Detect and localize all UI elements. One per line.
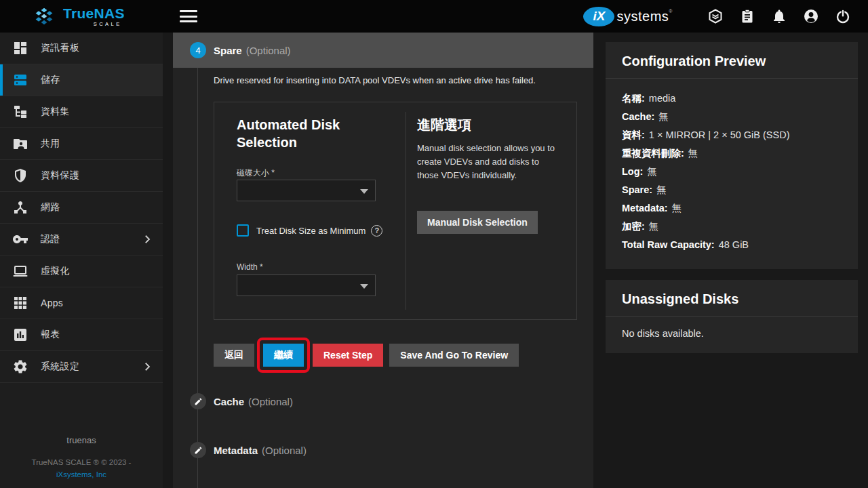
edit-pencil-icon [190, 393, 206, 409]
step-actions: 返回 繼續 Reset Step Save And Go To Review [214, 338, 519, 373]
truenas-screen: TrueNAS SCALE iX systems® [0, 0, 868, 488]
help-icon[interactable]: ? [371, 225, 382, 237]
config-row-name: 名稱:media [622, 89, 842, 108]
truecommand-icon[interactable] [707, 8, 724, 24]
sidebar-item-label: 系統設定 [41, 361, 79, 373]
reset-step-button[interactable]: Reset Step [313, 344, 383, 367]
config-row-cache: Cache:無 [622, 108, 842, 126]
jobs-clipboard-icon[interactable] [739, 8, 755, 24]
sidebar-item-label: Apps [41, 298, 63, 308]
sidebar-item-reporting[interactable]: 報表 [0, 319, 163, 351]
no-disks-message: No disks available. [606, 317, 858, 350]
chevron-down-icon [360, 284, 368, 289]
ixsystems-link[interactable]: iXsystems, Inc [56, 470, 106, 479]
sidebar-item-data-protection[interactable]: 資料保護 [0, 160, 163, 192]
treat-disk-size-checkbox[interactable] [237, 224, 249, 237]
sidebar-item-virtualization[interactable]: 虛擬化 [0, 256, 163, 287]
config-row-log: Log:無 [622, 163, 842, 181]
unassigned-disks-card: Unassigned Disks No disks available. [606, 280, 858, 353]
config-row-encryption: 加密:無 [622, 218, 842, 236]
sidebar-item-label: 資訊看板 [41, 42, 79, 54]
column-divider [406, 112, 406, 310]
apps-grid-icon [12, 295, 28, 311]
network-icon [12, 199, 28, 216]
advanced-options-text: Manual disk selection allows you to crea… [417, 142, 559, 182]
step-title: Spare [214, 45, 242, 56]
back-button[interactable]: 返回 [214, 344, 254, 367]
step-optional-label: (Optional) [262, 445, 307, 456]
ixsystems-logo: iX systems® [583, 7, 673, 26]
step-spare-header[interactable]: 4 Spare (Optional) [173, 33, 593, 68]
chevron-right-icon [141, 233, 153, 245]
sidebar: 資訊看板 儲存 資料集 [0, 33, 163, 488]
advanced-options-column: 進階選項 Manual disk selection allows you to… [417, 102, 565, 319]
config-row-metadata: Metadata:無 [622, 199, 842, 218]
topbar-actions: iX systems® [583, 7, 868, 26]
sidebar-item-label: 資料保護 [41, 169, 79, 182]
datasets-icon [12, 104, 28, 120]
truenas-logo: TrueNAS SCALE [0, 6, 163, 27]
automated-selection-title: Automated Disk Selection [237, 116, 382, 151]
step-optional-label: (Optional) [248, 396, 293, 407]
notifications-bell-icon[interactable] [771, 8, 787, 24]
sidebar-item-network[interactable]: 網路 [0, 192, 163, 224]
sidebar-item-storage[interactable]: 儲存 [0, 64, 163, 96]
advanced-options-title: 進階選項 [417, 116, 471, 134]
configuration-rows: 名稱:media Cache:無 資料:1 × MIRROR | 2 × 50 … [606, 79, 858, 265]
laptop-icon [12, 263, 28, 279]
sidebar-item-dashboard[interactable]: 資訊看板 [0, 33, 163, 64]
sidebar-item-label: 資料集 [41, 106, 70, 118]
sidebar-item-label: 報表 [41, 329, 60, 341]
sidebar-footer: truenas TrueNAS SCALE ® © 2023 - iXsyste… [0, 435, 163, 480]
sidebar-item-apps[interactable]: Apps [0, 287, 163, 319]
hostname-label: truenas [0, 435, 163, 445]
width-label: Width * [237, 262, 263, 272]
copyright-text: TrueNAS SCALE ® © 2023 - [0, 457, 163, 468]
next-button[interactable]: 繼續 [263, 344, 304, 367]
sidebar-item-label: 共用 [41, 138, 60, 150]
ix-logo-text: systems® [616, 9, 673, 24]
disk-size-select[interactable] [237, 180, 376, 201]
unassigned-disks-title: Unassigned Disks [606, 280, 858, 316]
sidebar-item-shares[interactable]: 共用 [0, 128, 163, 160]
sidebar-item-credentials[interactable]: 認證 [0, 224, 163, 256]
sidebar-item-label: 儲存 [41, 74, 60, 86]
step-cache-header[interactable]: Cache (Optional) [190, 393, 293, 409]
menu-toggle-button[interactable] [180, 9, 197, 23]
truenas-logo-icon [31, 6, 57, 26]
step-metadata-header[interactable]: Metadata (Optional) [190, 442, 307, 458]
step-title: Cache [214, 396, 244, 407]
disk-size-label: 磁碟大小 * [237, 167, 275, 179]
topbar: TrueNAS SCALE iX systems® [0, 0, 868, 33]
step-description: Drive reserved for inserting into DATA p… [214, 75, 573, 85]
brand-name: TrueNAS [63, 6, 125, 20]
brand-text: TrueNAS SCALE [63, 6, 125, 27]
disk-selection-panel: Automated Disk Selection 磁碟大小 * Treat Di… [214, 102, 577, 320]
power-icon[interactable] [835, 8, 851, 24]
chevron-down-icon [360, 189, 368, 194]
config-row-data: 資料:1 × MIRROR | 2 × 50 GiB (SSD) [622, 126, 842, 144]
storage-icon [12, 72, 28, 88]
account-icon[interactable] [803, 8, 819, 24]
automated-selection-column: Automated Disk Selection 磁碟大小 * Treat Di… [237, 102, 405, 319]
width-select[interactable] [237, 274, 376, 296]
sidebar-item-system-settings[interactable]: 系統設定 [0, 351, 163, 383]
configuration-preview-title: Configuration Preview [606, 42, 858, 78]
treat-disk-size-label: Treat Disk Size as Minimum [256, 226, 366, 236]
brand-edition: SCALE [94, 22, 122, 27]
step-number-badge: 4 [190, 42, 206, 58]
shield-icon [12, 167, 28, 184]
annotation-highlight: 繼續 [257, 338, 310, 373]
save-and-review-button[interactable]: Save And Go To Review [389, 344, 519, 367]
sidebar-item-label: 網路 [41, 201, 60, 214]
config-row-dedup: 重複資料刪除:無 [622, 144, 842, 163]
treat-min-row: Treat Disk Size as Minimum ? [237, 224, 382, 237]
ix-logo-bubble: iX [583, 7, 614, 26]
configuration-preview-card: Configuration Preview 名稱:media Cache:無 資… [606, 42, 858, 269]
bar-chart-icon [12, 327, 28, 343]
manual-disk-selection-button[interactable]: Manual Disk Selection [417, 211, 538, 234]
sidebar-item-datasets[interactable]: 資料集 [0, 96, 163, 128]
step-title: Metadata [214, 445, 258, 456]
step-optional-label: (Optional) [246, 45, 291, 56]
pool-creation-wizard: 4 Spare (Optional) Drive reserved for in… [173, 33, 593, 488]
